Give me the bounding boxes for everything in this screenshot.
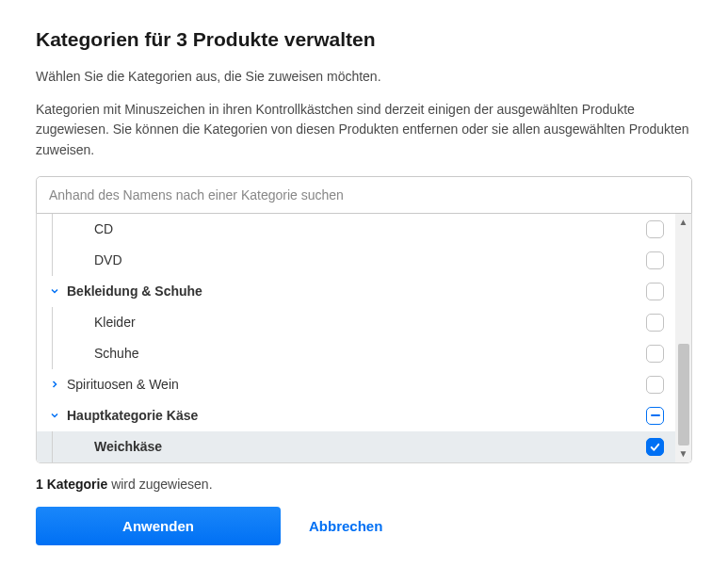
category-checkbox[interactable] <box>646 407 664 425</box>
category-checkbox[interactable] <box>646 345 664 363</box>
chevron-down-icon[interactable] <box>44 410 65 421</box>
category-label: Hauptkategorie Käse <box>65 408 640 423</box>
chevron-right-icon[interactable] <box>44 379 65 390</box>
scroll-down-icon[interactable]: ▼ <box>675 446 691 462</box>
scroll-thumb[interactable] <box>678 344 689 446</box>
search-container <box>36 176 692 214</box>
category-row[interactable]: Schuhe <box>37 338 675 369</box>
category-label: Weichkäse <box>92 439 640 454</box>
category-checkbox[interactable] <box>646 220 664 238</box>
category-row[interactable]: Weichkäse <box>37 431 675 462</box>
category-row[interactable]: Hauptkategorie Käse <box>37 400 675 431</box>
scroll-up-icon[interactable]: ▲ <box>675 214 691 231</box>
cancel-button[interactable]: Abbrechen <box>301 507 390 545</box>
actions-bar: Anwenden Abbrechen <box>36 507 692 545</box>
category-label: DVD <box>92 252 640 267</box>
page-title: Kategorien für 3 Produkte verwalten <box>36 28 692 51</box>
subtitle-text: Wählen Sie die Kategorien aus, die Sie z… <box>36 68 692 87</box>
category-checkbox[interactable] <box>646 314 664 332</box>
search-input[interactable] <box>37 177 691 213</box>
chevron-down-icon[interactable] <box>44 285 65 297</box>
status-count: 1 Kategorie <box>36 477 107 492</box>
category-row[interactable]: Kleider <box>37 307 675 338</box>
scroll-track[interactable] <box>678 231 689 344</box>
apply-button[interactable]: Anwenden <box>36 507 281 545</box>
category-tree-container: CDDVDBekleidung & SchuheKleiderSchuheSpi… <box>36 214 692 463</box>
category-row[interactable]: CD <box>37 214 675 245</box>
category-row[interactable]: Spirituosen & Wein <box>37 369 675 400</box>
category-checkbox[interactable] <box>646 376 664 394</box>
indent-line <box>52 338 53 369</box>
description-text: Kategorien mit Minuszeichen in ihren Kon… <box>36 100 692 161</box>
category-label: Spirituosen & Wein <box>65 377 640 392</box>
category-label: CD <box>92 221 640 236</box>
indent-line <box>52 431 53 462</box>
status-text: 1 Kategorie wird zugewiesen. <box>36 477 692 492</box>
status-rest: wird zugewiesen. <box>107 477 212 492</box>
category-tree: CDDVDBekleidung & SchuheKleiderSchuheSpi… <box>37 214 675 462</box>
category-checkbox[interactable] <box>646 283 664 300</box>
indent-line <box>52 214 53 245</box>
indent-line <box>52 307 53 338</box>
category-label: Kleider <box>92 315 640 330</box>
category-checkbox[interactable] <box>646 438 664 456</box>
scrollbar[interactable]: ▲ ▼ <box>675 214 691 462</box>
category-row[interactable]: Bekleidung & Schuhe <box>37 276 675 307</box>
category-label: Schuhe <box>92 346 640 361</box>
category-checkbox[interactable] <box>646 251 664 269</box>
indent-line <box>52 245 53 276</box>
category-label: Bekleidung & Schuhe <box>65 284 640 299</box>
category-row[interactable]: DVD <box>37 245 675 276</box>
